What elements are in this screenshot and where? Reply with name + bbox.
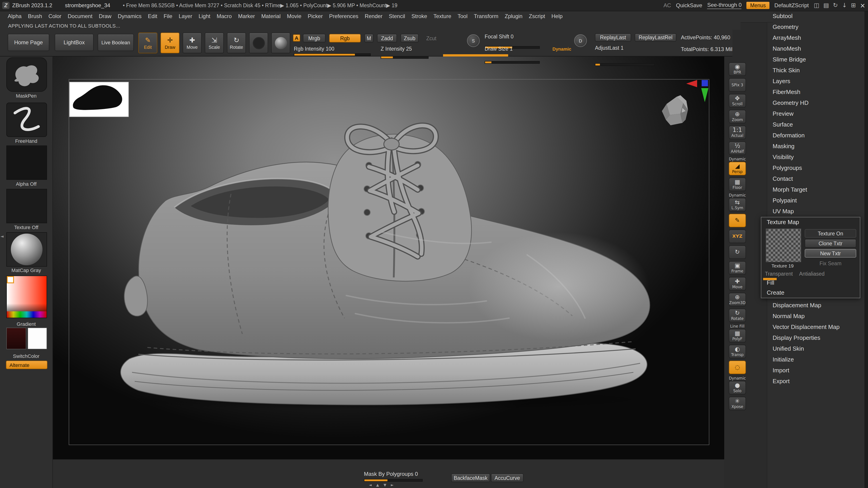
alpha-preview-button[interactable]	[271, 33, 290, 53]
rgb-intensity-slider[interactable]	[294, 53, 371, 56]
panel-item-fibermesh[interactable]: FiberMesh	[767, 87, 865, 98]
panel-item-polygroups[interactable]: Polygroups	[767, 163, 865, 173]
panel-item-slime-bridge[interactable]: Slime Bridge	[767, 54, 865, 65]
create-subsection[interactable]: Create	[761, 288, 860, 298]
panel-item-import[interactable]: Import	[767, 365, 865, 376]
replay-last-rel-button[interactable]: ReplayLastRel	[635, 33, 676, 41]
menu-color[interactable]: Color	[45, 11, 64, 22]
scroll-button[interactable]: ✥ Scroll	[729, 94, 746, 107]
panel-item-morph-target[interactable]: Morph Target	[767, 184, 865, 195]
move-button[interactable]: ✚ Move	[729, 277, 746, 291]
panel-item-arraymesh[interactable]: ArrayMesh	[767, 33, 865, 43]
menu-tool[interactable]: Tool	[454, 11, 471, 22]
adjust-last-slider[interactable]	[595, 63, 655, 66]
panel-scrollbar[interactable]	[864, 11, 868, 488]
rotate-mode-button[interactable]: ↻ Rotate	[227, 33, 246, 53]
grid-icon[interactable]: ⊞	[851, 2, 856, 9]
menu-document[interactable]: Document	[65, 11, 96, 22]
edit-mode-button[interactable]: ✎ Edit	[138, 33, 157, 53]
live-boolean-button[interactable]: Live Boolean	[98, 34, 134, 51]
persp-button[interactable]: ◢ Persp	[729, 162, 746, 175]
store-icon[interactable]: ↓	[842, 2, 847, 9]
layout-icon[interactable]: ▤	[824, 2, 829, 9]
current-material-button[interactable]	[6, 232, 47, 267]
refresh-icon[interactable]: ↻	[833, 2, 838, 9]
detach-icon[interactable]: ◫	[814, 2, 819, 9]
draw-size-slider[interactable]	[485, 61, 540, 64]
mask-by-polygroups-slider[interactable]	[364, 479, 423, 482]
zoom3d-button[interactable]: ⊕ Zoom3D	[729, 293, 746, 306]
panel-item-visibility[interactable]: Visibility	[767, 152, 865, 163]
main-color-swatch[interactable]	[6, 328, 26, 349]
zadd-button[interactable]: Zadd	[377, 34, 397, 42]
scale-mode-button[interactable]: ⇲ Scale	[205, 33, 224, 53]
model-shoe[interactable]	[102, 83, 667, 409]
menu-help[interactable]: Help	[548, 11, 565, 22]
default-zscript-button[interactable]: DefaultZScript	[774, 2, 809, 8]
z-intensity-slider[interactable]	[381, 56, 429, 59]
current-alpha-button[interactable]	[6, 145, 47, 180]
mrgb-button[interactable]: Mrgb	[303, 34, 326, 42]
panel-item-layers[interactable]: Layers	[767, 76, 865, 87]
panel-item-polypaint[interactable]: Polypaint	[767, 195, 865, 206]
spin-button[interactable]: ↻	[729, 246, 746, 259]
panel-item-unified-skin[interactable]: Unified Skin	[767, 344, 865, 354]
menu-render[interactable]: Render	[362, 11, 385, 22]
zsub-button[interactable]: Zsub	[401, 34, 418, 42]
stepper-up-icon[interactable]: ▲	[376, 483, 379, 487]
menu-edit[interactable]: Edit	[145, 11, 160, 22]
menu-movie[interactable]: Movie	[284, 11, 305, 22]
panel-item-export[interactable]: Export	[767, 376, 865, 387]
m-button[interactable]: M	[364, 34, 373, 42]
aahalf-button[interactable]: ½ AAHalf	[729, 141, 746, 155]
xyz-button[interactable]: XYZ	[729, 230, 746, 243]
panel-item-vector-displacement-map[interactable]: Vector Displacement Map	[767, 322, 865, 332]
menu-stroke[interactable]: Stroke	[408, 11, 430, 22]
panel-item-deformation[interactable]: Deformation	[767, 130, 865, 141]
panel-item-contact[interactable]: Contact	[767, 173, 865, 184]
panel-collapse-handle[interactable]: ◄	[0, 234, 4, 238]
draw-mode-button[interactable]: ✛ Draw	[160, 33, 180, 53]
panel-item-display-properties[interactable]: Display Properties	[767, 332, 865, 344]
polyframe-button[interactable]: ▦ PolyF	[729, 329, 746, 343]
new-texture-button[interactable]: New Txtr	[805, 249, 856, 258]
replay-last-button[interactable]: ReplayLast	[595, 33, 631, 41]
menu-layer[interactable]: Layer	[176, 11, 195, 22]
panel-item-surface[interactable]: Surface	[767, 119, 865, 130]
texture-thumbnail[interactable]	[766, 229, 801, 262]
panel-item-subtool[interactable]: Subtool	[767, 11, 865, 22]
menu-texture[interactable]: Texture	[430, 11, 455, 22]
texture-on-button[interactable]: Texture On	[805, 229, 856, 238]
panel-item-initialize[interactable]: Initialize	[767, 354, 865, 365]
menu-brush[interactable]: Brush	[25, 11, 45, 22]
stepper-right-icon[interactable]: ►	[391, 483, 394, 487]
floor-button[interactable]: ▦ Floor	[729, 177, 746, 191]
stepper-down-icon[interactable]: ▼	[383, 483, 386, 487]
secondary-color-swatch[interactable]	[27, 328, 47, 349]
menu-zplugin[interactable]: Zplugin	[502, 11, 526, 22]
panel-item-geometry[interactable]: Geometry	[767, 22, 865, 33]
menu-alpha[interactable]: Alpha	[4, 11, 25, 22]
close-icon[interactable]: ×	[860, 2, 865, 9]
current-texture-button[interactable]	[6, 189, 47, 223]
lightbox-button[interactable]: LightBox	[55, 34, 94, 51]
menu-file[interactable]: File	[160, 11, 176, 22]
panel-item-thick-skin[interactable]: Thick Skin	[767, 65, 865, 76]
menu-picker[interactable]: Picker	[305, 11, 326, 22]
menu-stencil[interactable]: Stencil	[385, 11, 408, 22]
menu-zscript[interactable]: Zscript	[526, 11, 548, 22]
actual-button[interactable]: 1:1 Actual	[729, 126, 746, 139]
bpr-button[interactable]: ◉ BPR	[729, 62, 746, 76]
panel-item-masking[interactable]: Masking	[767, 141, 865, 152]
see-through-slider[interactable]: See-through 0	[707, 2, 742, 9]
transparent-slider[interactable]	[763, 278, 777, 280]
panel-item-uv-map[interactable]: UV Map	[767, 206, 865, 217]
menu-material[interactable]: Material	[258, 11, 284, 22]
hue-strip[interactable]	[7, 311, 46, 318]
move-mode-button[interactable]: ✚ Move	[183, 33, 202, 53]
toolbar-slider-bar[interactable]	[443, 54, 508, 57]
menu-light[interactable]: Light	[195, 11, 213, 22]
panel-item-preview[interactable]: Preview	[767, 108, 865, 119]
stroke-dial-icon[interactable]: S	[467, 34, 480, 47]
panel-item-nanomesh[interactable]: NanoMesh	[767, 43, 865, 54]
